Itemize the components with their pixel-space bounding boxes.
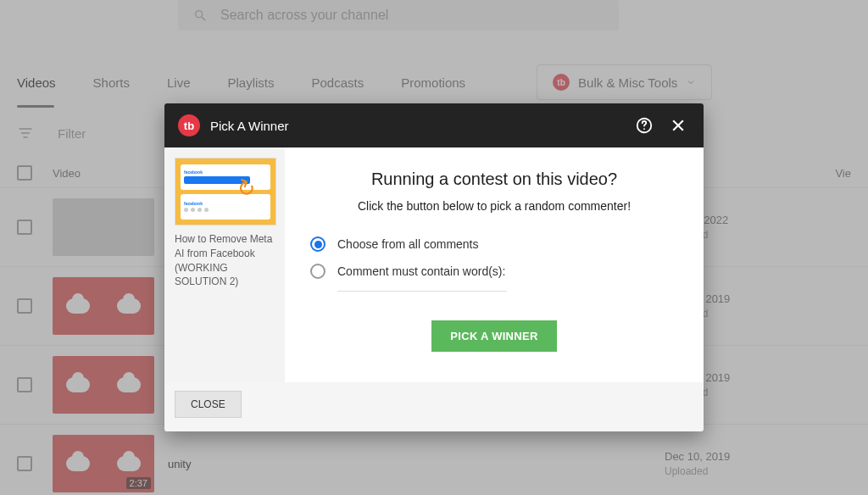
- close-button[interactable]: CLOSE: [175, 391, 242, 418]
- help-icon: [635, 116, 654, 135]
- selected-video-thumbnail: facebook facebook ↻: [175, 158, 276, 225]
- modal-title: Pick A Winner: [210, 119, 622, 133]
- close-icon: [670, 117, 687, 134]
- modal-scrim: tb Pick A Winner facebook facebook ↻ How…: [0, 0, 868, 495]
- close-x-button[interactable]: [666, 114, 690, 137]
- tubebuddy-logo-icon: tb: [178, 114, 200, 136]
- option-all-label: Choose from all comments: [337, 237, 479, 251]
- contest-heading: Running a contest on this video?: [310, 170, 678, 189]
- radio-selected-icon: [310, 236, 326, 252]
- selected-video-title: How to Remove Meta AI from Facebook (WOR…: [175, 232, 275, 289]
- pick-winner-button[interactable]: PICK A WINNER: [431, 320, 556, 352]
- radio-unselected-icon: [310, 264, 326, 279]
- help-button[interactable]: [632, 114, 656, 137]
- pick-winner-modal: tb Pick A Winner facebook facebook ↻ How…: [164, 103, 704, 431]
- modal-header: tb Pick A Winner: [164, 103, 704, 147]
- contest-pane: Running a contest on this video? Click t…: [285, 147, 704, 382]
- option-words-label: Comment must contain word(s):: [337, 264, 505, 278]
- words-input-underline[interactable]: [337, 291, 507, 292]
- option-all-comments[interactable]: Choose from all comments: [310, 236, 678, 252]
- video-info-pane: facebook facebook ↻ How to Remove Meta A…: [164, 147, 285, 382]
- svg-point-7: [643, 128, 645, 130]
- contest-subheading: Click the button below to pick a random …: [310, 199, 678, 213]
- option-contain-words[interactable]: Comment must contain word(s):: [310, 264, 678, 279]
